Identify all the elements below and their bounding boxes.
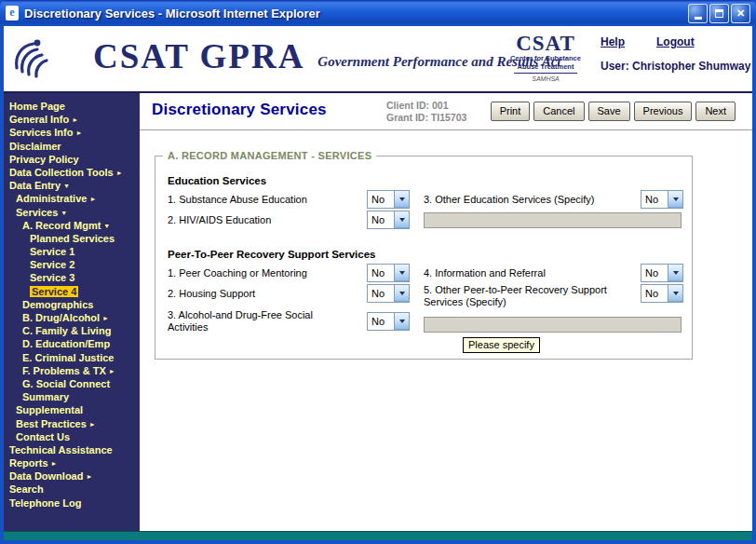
sidebar-item-privacy-policy[interactable]: Privacy Policy [4, 153, 140, 166]
help-link[interactable]: Help [601, 35, 625, 48]
sidebar-item-label: D. Education/Emp [22, 338, 110, 349]
sidebar-item-label: B. Drug/Alcohol [22, 312, 100, 323]
cancel-button[interactable]: Cancel [533, 102, 584, 121]
select-value: No [368, 285, 394, 302]
sidebar-item-a-record-mgmt[interactable]: A. Record Mgmt▼ [4, 219, 140, 232]
hhs-logo-icon [11, 36, 56, 81]
select-value: No [641, 191, 668, 208]
sidebar-item-general-info[interactable]: General Info► [4, 113, 140, 126]
dropdown-arrow-icon [394, 191, 409, 208]
sidebar-item-technical-assistance[interactable]: Technical Assistance [4, 443, 140, 456]
sidebar-item-service-2[interactable]: Service 2 [4, 258, 140, 271]
previous-button[interactable]: Previous [634, 102, 693, 121]
arrow-right-icon: ► [89, 196, 96, 202]
sidebar-item-label: E. Criminal Justice [22, 352, 114, 363]
print-button[interactable]: Print [491, 102, 531, 121]
sidebar-item-services-info[interactable]: Services Info► [4, 126, 140, 139]
arrow-right-icon: ► [72, 116, 78, 123]
brand-logo: CSAT GPRA Government Performance and Res… [93, 37, 560, 76]
dropdown-arrow-icon [394, 313, 409, 330]
select-information-and-referral[interactable]: No [641, 264, 683, 282]
sidebar-item-home-page[interactable]: Home Page [4, 100, 140, 113]
client-id: Client ID: 001 [386, 100, 466, 112]
sidebar-item-label: Reports [9, 457, 48, 469]
field-label-other-peer-recovery: 5. Other Peer-to-Peer Recovery Support S… [424, 284, 627, 307]
sidebar-item-summary[interactable]: Summary [4, 390, 140, 403]
sidebar-item-service-3[interactable]: Service 3 [4, 271, 140, 284]
sidebar-item-reports[interactable]: Reports► [4, 456, 140, 469]
select-other-education-services[interactable]: No [641, 190, 683, 209]
select-hiv-aids-education[interactable]: No [367, 211, 410, 229]
select-alcohol-drug-free-social[interactable]: No [367, 312, 410, 331]
dropdown-arrow-icon [394, 211, 409, 228]
sidebar-item-label: A. Record Mgmt [22, 220, 101, 231]
sidebar-item-supplemental[interactable]: Supplemental [4, 403, 140, 416]
sidebar-item-service-4[interactable]: Service 4 [4, 285, 140, 298]
dropdown-arrow-icon [394, 265, 409, 281]
arrow-right-icon: ► [116, 170, 123, 176]
sidebar-item-g-social-connect[interactable]: G. Social Connect [4, 377, 140, 390]
select-other-peer-recovery[interactable]: No [641, 284, 683, 303]
select-peer-coaching-or-mentoring[interactable]: No [367, 264, 410, 282]
sidebar-item-f-problems-tx[interactable]: F. Problems & TX► [4, 364, 140, 377]
sidebar-item-b-drug-alcohol[interactable]: B. Drug/Alcohol► [4, 311, 140, 324]
sidebar-item-label: Service 2 [30, 259, 74, 270]
sidebar-item-data-collection-tools[interactable]: Data Collection Tools► [4, 166, 140, 179]
select-value: No [641, 285, 668, 302]
maximize-icon [715, 9, 723, 18]
arrow-down-icon: ▼ [61, 210, 67, 216]
arrow-right-icon: ► [51, 460, 58, 467]
next-button[interactable]: Next [695, 102, 736, 121]
field-label-housing-support: 2. Housing Support [168, 288, 255, 300]
header-right: Help Logout User: Christopher Shumway [601, 35, 755, 73]
dropdown-arrow-icon [394, 285, 409, 302]
sidebar-nav: Home PageGeneral Info►Services Info►Disc… [4, 93, 140, 531]
sidebar-item-label: Technical Assistance [9, 444, 113, 456]
arrow-right-icon: ► [102, 315, 109, 321]
sidebar-item-service-1[interactable]: Service 1 [4, 245, 140, 258]
field-label-other-education-services: 3. Other Education Services (Specify) [424, 194, 594, 206]
peer-recovery-heading: Peer-To-Peer Recovery Support Services [168, 249, 376, 260]
dropdown-arrow-icon [668, 285, 682, 302]
dropdown-arrow-icon [668, 265, 682, 281]
sidebar-item-disclaimer[interactable]: Disclaimer [4, 140, 140, 153]
arrow-right-icon: ► [89, 421, 96, 428]
user-label: User: Christopher Shumway [601, 60, 755, 73]
sidebar-item-administrative[interactable]: Administrative► [4, 192, 140, 205]
select-value: No [368, 265, 394, 281]
sidebar-item-d-education-emp[interactable]: D. Education/Emp [4, 337, 140, 350]
sidebar-item-label: Demographics [22, 299, 93, 310]
sidebar-item-c-family-living[interactable]: C. Family & Living [4, 324, 140, 337]
sidebar-item-telephone-log[interactable]: Telephone Log [4, 496, 140, 510]
csat-logo-org-line2: Abuse Treatment [501, 63, 590, 72]
sidebar-item-contact-us[interactable]: Contact Us [4, 430, 140, 443]
sidebar-item-label: Home Page [9, 101, 65, 112]
sidebar-item-search[interactable]: Search [4, 483, 140, 496]
sidebar-item-best-practices[interactable]: Best Practices► [4, 417, 140, 430]
sidebar-item-label: F. Problems & TX [22, 365, 106, 376]
csat-logo-agency: SAMHSA [501, 75, 590, 82]
select-substance-abuse-education[interactable]: No [367, 190, 410, 209]
field-label-information-and-referral: 4. Information and Referral [424, 267, 546, 279]
csat-logo-divider [514, 73, 577, 74]
logout-link[interactable]: Logout [656, 35, 695, 48]
select-value: No [368, 191, 394, 208]
arrow-right-icon: ► [109, 368, 115, 374]
sidebar-item-data-entry[interactable]: Data Entry▼ [4, 179, 140, 192]
sidebar-item-services[interactable]: Services▼ [4, 206, 140, 219]
select-housing-support[interactable]: No [367, 284, 410, 303]
select-value: No [368, 313, 394, 330]
sidebar-item-label: Data Entry [9, 180, 61, 191]
save-button[interactable]: Save [588, 102, 630, 121]
sidebar-item-label: Service 4 [30, 286, 78, 297]
sidebar-item-demographics[interactable]: Demographics [4, 298, 140, 311]
close-button[interactable]: ✕ [731, 4, 750, 23]
grant-id: Grant ID: TI15703 [386, 112, 466, 124]
sidebar-item-label: C. Family & Living [22, 325, 111, 336]
maximize-button[interactable] [709, 4, 729, 23]
sidebar-item-e-criminal-justice[interactable]: E. Criminal Justice [4, 351, 140, 364]
brand-title: CSAT GPRA [93, 37, 304, 76]
minimize-button[interactable] [688, 4, 708, 23]
sidebar-item-data-download[interactable]: Data Download► [4, 469, 140, 483]
sidebar-item-planned-services[interactable]: Planned Services [4, 232, 140, 245]
